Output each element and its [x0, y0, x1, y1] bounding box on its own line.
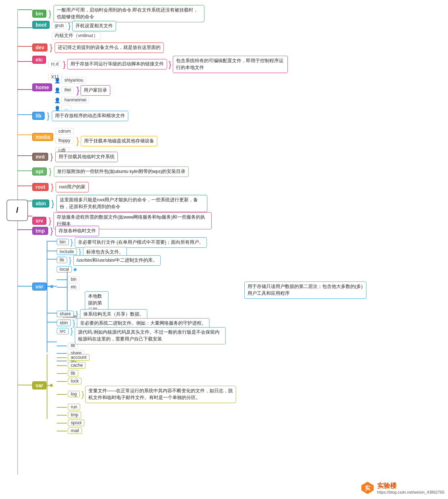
dev-hline — [17, 46, 32, 47]
var-children: account cache lib lock log } 变量文件——在正常运行… — [57, 354, 236, 435]
var-cache: cache — [68, 362, 86, 368]
sbin-label: sbin — [32, 200, 49, 207]
root-hline — [17, 186, 32, 186]
usr-main-desc: 用于存储只读用户数据的第二层次；包含他大多数的(多)用户工具和应用程序 — [244, 281, 366, 299]
bin-brace: } — [49, 9, 51, 18]
mnt-hline — [17, 155, 32, 156]
bin-hline — [17, 9, 32, 10]
media-child-floppy: floppy — [55, 137, 73, 144]
var-lock: lock — [68, 378, 82, 384]
usr-lib-row: lib } /usr/bin/和/usr/sbin/中二进制文件的库。 — [57, 255, 161, 266]
etc-child-desc: 用于存放不同运行等级的启动脚本的链接文件 — [67, 59, 167, 69]
home-desc: 用户家目录 — [80, 85, 110, 96]
svg-text:实: 实 — [364, 485, 371, 491]
boot-label: boot — [32, 21, 50, 29]
var-tmp: tmp — [68, 412, 81, 418]
var-hline — [17, 385, 32, 385]
usr-src-desc: 源代码,例如内核源代码及其头文件。不过一般的发行版是不会保留内核源码在这里的，需… — [75, 327, 226, 344]
usr-local-hline — [47, 286, 57, 287]
opt-row: opt } 发行版附加的一些软件包(如ubuntu kylin附带的wps)的安… — [32, 166, 189, 177]
lib-hline — [17, 114, 32, 115]
boot-brace: } — [68, 22, 70, 30]
usr-include-hline — [47, 251, 57, 251]
home-user-hanmeimei: hanmeimei — [61, 97, 89, 103]
watermark: 实 实验楼 https://blog.csdn.net/weixin_43862… — [360, 480, 444, 495]
usr-main-desc-wrap: 用于存储只读用户数据的第二层次；包含他大多数的(多)用户工具和应用程序 — [244, 281, 366, 299]
root-label: / — [16, 206, 18, 215]
dev-desc: 还记得之前提到的设备文件么，就是放在这里面的 — [55, 42, 164, 53]
dev-label: dev — [32, 44, 47, 51]
boot-row: boot grub } 开机设置相关文件 内核文件（vmlinuz） — [32, 21, 116, 40]
boot-child-grub: grub — [52, 22, 66, 29]
bin-desc: 一般用户可用，启动时会用到的命令,即在文件系统还没有被挂载时，也能够使用的命令 — [54, 5, 204, 22]
usr-vline — [47, 241, 47, 352]
var-log: log — [68, 391, 80, 397]
root-vertical-line — [17, 11, 18, 475]
var-run: run — [68, 404, 80, 410]
boot-hline — [17, 27, 32, 28]
media-child-cdrom: cdrom — [55, 128, 74, 134]
watermark-url: https://blog.csdn.net/weixin_43862765 — [377, 490, 444, 494]
lib-row: lib } 用于存放程序的动态库和模块文件 — [32, 111, 128, 121]
etc-main-desc: 包含系统特有的可编辑配置文件，即用于控制程序运行的本地文件 — [173, 56, 288, 73]
media-hline — [17, 134, 32, 135]
var-desc: 变量文件——在正常运行的系统中其内容不断变化的文件，如日志，脱机文件和临时电子邮… — [85, 386, 236, 403]
etc-hline — [17, 61, 32, 62]
usr-src-item: src — [57, 328, 69, 334]
tmp-hline — [17, 229, 32, 230]
home-hline — [17, 89, 32, 90]
lib-desc: 用于存放程序的动态库和模块文件 — [52, 111, 128, 121]
home-label: home — [32, 83, 52, 91]
usr-local-item: local — [57, 266, 72, 273]
local-bin: bin — [68, 276, 79, 283]
etc-label: etc — [32, 56, 46, 64]
dev-row: dev } 还记得之前提到的设备文件么，就是放在这里面的 — [32, 42, 164, 53]
sbin-desc: 这里面很多只能是root用户才能执行的命令，一些系统进行更新，备份，还原和开关机… — [56, 195, 207, 212]
home-user-lilei: lilei — [61, 87, 74, 93]
home-row: home 👤shiyanlou 👤lilei } 用户家目录 👤hanmeime… — [32, 75, 110, 112]
usr-lib-item: lib — [57, 257, 67, 263]
sbin-row: sbin } 这里面很多只能是root用户才能执行的命令，一些系统进行更新，备份… — [32, 195, 207, 212]
root-row: root } root用户的家 — [32, 182, 89, 192]
boot-child-vmlinuz: 内核文件（vmlinuz） — [52, 32, 101, 40]
usr-label: usr — [32, 283, 47, 290]
usr-bin-hline — [47, 241, 57, 242]
lib-label: lib — [32, 112, 45, 120]
local-etc: etc — [68, 284, 79, 290]
home-user-shiyanlou: shiyanlou — [61, 77, 86, 83]
usr-label-wrap: usr — [32, 283, 53, 290]
usr-src-hline — [47, 342, 57, 342]
tmp-label: tmp — [32, 227, 48, 235]
mnt-label: mnt — [32, 153, 48, 161]
usr-local-wrap: local bin etc include } 本地数据的第三层次，具体到本台主… — [57, 266, 77, 275]
watermark-text: 实验楼 — [377, 481, 444, 490]
usr-sbin-item: sbin — [57, 320, 71, 326]
var-label: var — [32, 381, 46, 389]
bin-row: bin } 一般用户可用，启动时会用到的命令,即在文件系统还没有被挂载时，也能够… — [32, 5, 204, 22]
media-label: media — [32, 133, 53, 141]
usr-share-hline — [47, 313, 57, 313]
mnt-row: mnt } 用于挂载其他临时文件系统 — [32, 152, 118, 162]
boot-child-desc: 开机设置相关文件 — [72, 21, 116, 31]
tmp-row: tmp } 存放各种临时文件 — [32, 226, 99, 236]
opt-hline — [17, 170, 32, 171]
root-desc: root用户的家 — [56, 182, 89, 192]
tmp-desc: 存放各种临时文件 — [55, 226, 99, 236]
usr-bin-desc: 非必要可执行文件 (在单用户模式中不需要)；面向所有用户。 — [75, 237, 207, 248]
var-account: account — [68, 354, 89, 361]
usr-src-row: src } 源代码,例如内核源代码及其头文件。不过一般的发行版是不会保留内核源码… — [57, 327, 226, 344]
var-spool: spool — [68, 420, 84, 426]
watermark-logo: 实 — [360, 480, 375, 495]
root-node: / — [6, 200, 28, 221]
media-desc: 用于挂载本地磁盘或其他存储设备 — [81, 136, 157, 146]
usr-sbin-hline — [47, 322, 57, 322]
var-lib: lib — [68, 370, 78, 376]
usr-hline — [17, 286, 32, 287]
root-label-node: root — [32, 183, 49, 191]
usr-bin-row: bin } 非必要可执行文件 (在单用户模式中不需要)；面向所有用户。 — [57, 237, 207, 248]
usr-share-item: share — [57, 311, 74, 317]
media-row: media cdrom floppy } 用于挂载本地磁盘或其他存储设备 U盘 — [32, 127, 157, 155]
etc-child-rcd: rc.d — [48, 61, 61, 67]
var-label-wrap: var — [32, 381, 53, 389]
dev-brace: } — [50, 43, 52, 52]
